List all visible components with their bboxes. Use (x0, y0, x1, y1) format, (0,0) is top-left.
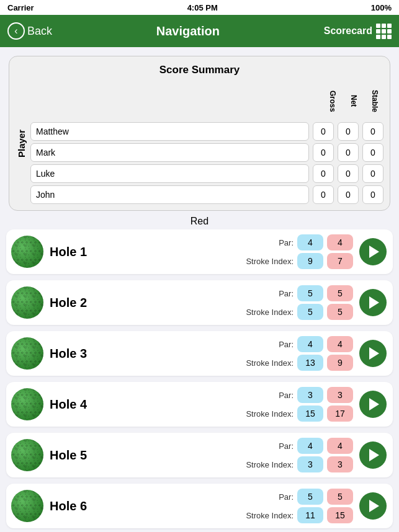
par-blue-value: 4 (297, 336, 323, 352)
hole-details: Par: 4 4 Stroke Index: 9 7 (105, 234, 353, 269)
play-hole-button[interactable] (359, 238, 387, 265)
play-hole-button[interactable] (359, 391, 387, 418)
nav-bar: ‹ Back Navigation Scorecard (0, 15, 399, 47)
tee-label: Red (0, 216, 399, 227)
player-name-input[interactable] (30, 143, 309, 162)
stroke-index-label: Stroke Index: (244, 257, 294, 266)
play-hole-button[interactable] (359, 492, 387, 520)
stroke-blue-value: 9 (297, 253, 323, 269)
golf-ball-icon (11, 337, 43, 370)
stroke-blue-value: 5 (297, 304, 323, 320)
player-name-input[interactable] (30, 122, 309, 141)
par-label: Par: (244, 289, 294, 298)
stable-cell: 0 (362, 143, 383, 162)
par-label: Par: (244, 492, 294, 502)
gross-header: Gross (324, 82, 341, 120)
stroke-pink-value: 9 (327, 355, 353, 371)
hole-name: Hole 6 (50, 499, 99, 513)
net-cell: 0 (338, 185, 359, 204)
par-row: Par: 4 4 (105, 234, 353, 250)
status-bar: Carrier 4:05 PM 100% (0, 0, 399, 15)
golf-ball-icon (11, 236, 43, 268)
par-blue-value: 5 (297, 489, 323, 505)
nav-title: Navigation (156, 24, 220, 38)
back-button[interactable]: ‹ Back (7, 22, 52, 40)
golf-ball-icon (11, 388, 43, 420)
hole-details: Par: 3 3 Stroke Index: 15 17 (105, 387, 353, 422)
par-blue-value: 4 (297, 438, 323, 454)
score-table: Player Gross Net Stable 0 0 0 (16, 82, 383, 204)
par-pink-value: 5 (327, 489, 353, 505)
stroke-index-label: Stroke Index: (244, 511, 294, 520)
stroke-index-label: Stroke Index: (244, 308, 294, 317)
hole-name: Hole 5 (50, 448, 99, 463)
par-blue-value: 5 (297, 285, 323, 301)
par-pink-value: 3 (327, 387, 353, 403)
par-row: Par: 4 4 (105, 336, 353, 352)
golf-ball-icon (11, 286, 43, 319)
hole-name: Hole 1 (50, 245, 99, 259)
stroke-blue-value: 15 (297, 406, 323, 422)
golf-ball-icon (11, 439, 43, 471)
stroke-blue-value: 13 (297, 355, 323, 371)
stroke-index-label: Stroke Index: (244, 460, 294, 469)
hole-name: Hole 4 (50, 397, 99, 412)
hole-details: Par: 4 4 Stroke Index: 3 3 (105, 438, 353, 472)
net-cell: 0 (338, 164, 359, 183)
par-row: Par: 4 4 (105, 438, 353, 454)
gross-cell: 0 (313, 122, 334, 141)
stroke-index-label: Stroke Index: (244, 409, 294, 419)
net-header: Net (345, 82, 362, 120)
stroke-index-label: Stroke Index: (244, 358, 294, 368)
gross-cell: 0 (313, 143, 334, 162)
par-pink-value: 4 (327, 336, 353, 352)
player-column-header: Player (16, 82, 27, 204)
net-cell: 0 (338, 143, 359, 162)
hole-name: Hole 3 (50, 347, 99, 361)
stroke-blue-value: 3 (297, 456, 323, 472)
battery-text: 100% (371, 3, 392, 12)
stroke-pink-value: 3 (327, 456, 353, 472)
table-row: 0 0 0 (30, 143, 383, 162)
hole-row: Hole 2 Par: 5 5 Stroke Index: 5 5 (6, 280, 393, 325)
par-label: Par: (244, 340, 294, 349)
hole-row: Hole 1 Par: 4 4 Stroke Index: 9 7 (6, 229, 393, 274)
holes-list: Hole 1 Par: 4 4 Stroke Index: 9 7 Hole 2… (0, 229, 399, 528)
par-label: Par: (244, 441, 294, 451)
par-blue-value: 4 (297, 234, 323, 250)
play-hole-button[interactable] (359, 441, 387, 469)
stroke-index-row: Stroke Index: 3 3 (105, 456, 353, 472)
par-row: Par: 5 5 (105, 285, 353, 301)
grid-icon (376, 24, 392, 39)
golf-ball-icon (11, 490, 43, 522)
par-blue-value: 3 (297, 387, 323, 403)
player-name-input[interactable] (30, 185, 309, 204)
stroke-blue-value: 11 (297, 507, 323, 523)
stroke-index-row: Stroke Index: 15 17 (105, 406, 353, 422)
stroke-pink-value: 5 (327, 304, 353, 320)
table-row: 0 0 0 (30, 185, 383, 204)
stroke-index-row: Stroke Index: 9 7 (105, 253, 353, 269)
stroke-pink-value: 7 (327, 253, 353, 269)
stroke-index-row: Stroke Index: 11 15 (105, 507, 353, 523)
hole-row: Hole 6 Par: 5 5 Stroke Index: 11 15 (6, 484, 393, 528)
score-rows: 0 0 0 0 0 0 0 0 0 (30, 122, 383, 204)
scorecard-label: Scorecard (324, 25, 372, 37)
play-hole-button[interactable] (359, 289, 387, 316)
hole-details: Par: 5 5 Stroke Index: 11 15 (105, 489, 353, 523)
carrier-text: Carrier (7, 3, 34, 12)
hole-row: Hole 5 Par: 4 4 Stroke Index: 3 3 (6, 433, 393, 477)
hole-row: Hole 3 Par: 4 4 Stroke Index: 13 9 (6, 331, 393, 376)
player-name-input[interactable] (30, 164, 309, 183)
gross-cell: 0 (313, 164, 334, 183)
play-hole-button[interactable] (359, 340, 387, 367)
gross-cell: 0 (313, 185, 334, 204)
stable-cell: 0 (362, 164, 383, 183)
par-pink-value: 4 (327, 234, 353, 250)
stroke-pink-value: 17 (327, 406, 353, 422)
stroke-pink-value: 15 (327, 507, 353, 523)
score-summary-card: Score Summary Player Gross Net Stable 0 … (9, 56, 390, 211)
par-row: Par: 3 3 (105, 387, 353, 403)
par-label: Par: (244, 391, 294, 400)
scorecard-button[interactable]: Scorecard (324, 24, 392, 39)
